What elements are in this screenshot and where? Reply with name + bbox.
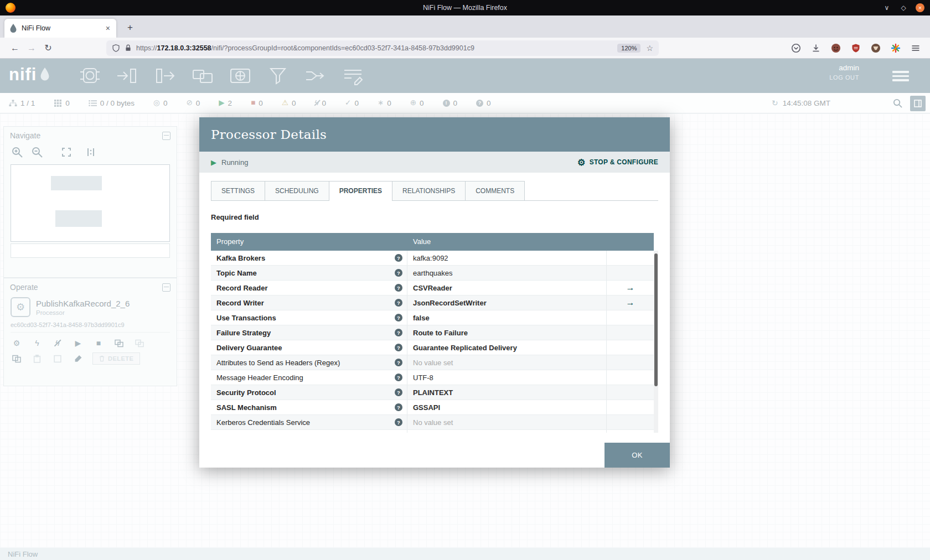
nifi-page: nifi admin LOG OUT 1 / 100 / 0 bytes◎0⊘0…	[0, 59, 930, 560]
tab-comments[interactable]: COMMENTS	[466, 181, 525, 200]
dialog-body: SETTINGSSCHEDULINGPROPERTIESRELATIONSHIP…	[199, 173, 670, 433]
window-minimize-icon[interactable]: ∨	[882, 4, 891, 12]
window-maximize-icon[interactable]: ◇	[899, 4, 908, 12]
property-name: Topic Name	[216, 269, 257, 277]
lock-icon[interactable]	[125, 44, 132, 52]
property-name-cell: Security Protocol?	[211, 385, 407, 400]
property-name-cell: Attributes to Send as Headers (Regex)?	[211, 355, 407, 370]
window-title: NiFi Flow — Mozilla Firefox	[0, 4, 930, 12]
shield-icon[interactable]	[112, 44, 120, 53]
property-row: Delivery Guarantee?Guarantee Replicated …	[211, 340, 654, 355]
property-row: Security Protocol?PLAINTEXT	[211, 385, 654, 400]
properties-table-header: Property Value	[211, 233, 654, 251]
property-extra-cell	[607, 430, 654, 433]
property-value-cell: CSVReader	[407, 281, 607, 295]
downloads-icon[interactable]	[810, 43, 822, 54]
property-extra-cell	[607, 355, 654, 370]
properties-table: Property Value Kafka Brokers?kafka:9092T…	[211, 233, 658, 433]
pocket-icon[interactable]	[790, 43, 802, 54]
browser-actions	[790, 43, 923, 54]
running-icon: ▶	[211, 158, 216, 167]
menu-icon[interactable]	[910, 43, 921, 54]
ublock-icon[interactable]	[850, 43, 861, 54]
property-help-icon[interactable]: ?	[395, 254, 402, 262]
stop-configure-icon: ⚙	[577, 157, 586, 168]
property-name: Delivery Guarantee	[216, 344, 282, 352]
property-name-cell	[211, 430, 407, 433]
zoom-indicator[interactable]: 120%	[617, 44, 640, 53]
property-name-cell: Message Header Encoding?	[211, 370, 407, 385]
property-name-cell: Delivery Guarantee?	[211, 340, 407, 355]
property-extra-cell	[607, 325, 654, 340]
property-name-cell: Kafka Brokers?	[211, 251, 407, 265]
value-column-header: Value	[407, 233, 654, 251]
badger-icon[interactable]	[870, 43, 881, 54]
property-row: Message Header Encoding?UTF-8	[211, 370, 654, 385]
property-name: Security Protocol	[216, 388, 276, 397]
property-value-cell: false	[407, 310, 607, 325]
stop-configure-button[interactable]: ⚙ STOP & CONFIGURE	[577, 157, 658, 168]
property-value-cell: Guarantee Replicated Delivery	[407, 340, 607, 355]
forward-icon[interactable]: →	[23, 43, 40, 53]
property-name: Kerberos Credentials Service	[216, 418, 310, 427]
property-value-cell: Route to Failure	[407, 325, 607, 340]
property-value-cell: earthquakes	[407, 266, 607, 280]
property-help-icon[interactable]: ?	[395, 403, 402, 411]
screen: NiFi Flow — Mozilla Firefox ∨ ◇ × NiFi F…	[0, 0, 930, 560]
profile-icon[interactable]	[830, 43, 841, 54]
property-name-cell: Record Writer?	[211, 295, 407, 310]
property-name: Use Transactions	[216, 314, 276, 322]
property-row: Failure Strategy?Route to Failure	[211, 325, 654, 340]
go-to-service-icon[interactable]: →	[626, 283, 635, 293]
property-name: Record Reader	[216, 284, 267, 292]
reload-icon[interactable]: ↻	[40, 43, 56, 53]
property-value-cell: JsonRecordSetWriter	[407, 295, 607, 310]
browser-tabbar: NiFi Flow × +	[0, 15, 930, 38]
url-text: https://172.18.0.3:32558/nifi/?processGr…	[136, 44, 613, 52]
property-help-icon[interactable]: ?	[395, 329, 402, 336]
tab-close-icon[interactable]: ×	[105, 24, 111, 33]
property-help-icon[interactable]: ?	[395, 344, 402, 351]
pinwheel-icon[interactable]	[890, 43, 901, 54]
ok-button[interactable]: OK	[604, 443, 670, 468]
property-row: Use Transactions?false	[211, 310, 654, 325]
property-help-icon[interactable]: ?	[395, 374, 402, 381]
property-help-icon[interactable]: ?	[395, 284, 402, 292]
window-close-icon[interactable]: ×	[916, 3, 924, 12]
property-row	[211, 430, 654, 433]
property-help-icon[interactable]: ?	[395, 359, 402, 366]
property-row: Kafka Brokers?kafka:9092	[211, 251, 654, 266]
property-help-icon[interactable]: ?	[395, 388, 402, 396]
tab-properties[interactable]: PROPERTIES	[329, 181, 392, 200]
dialog-status-strip: ▶ Running ⚙ STOP & CONFIGURE	[199, 152, 670, 173]
property-help-icon[interactable]: ?	[395, 299, 402, 307]
property-row: Kerberos Credentials Service?No value se…	[211, 415, 654, 430]
tab-title: NiFi Flow	[22, 24, 105, 32]
property-help-icon[interactable]: ?	[395, 314, 402, 322]
tab-scheduling[interactable]: SCHEDULING	[265, 181, 329, 200]
bookmark-star-icon[interactable]: ☆	[646, 44, 653, 53]
dialog-header: Processor Details	[199, 117, 670, 152]
required-field-note: Required field	[211, 213, 658, 221]
property-row: Record Reader?CSVReader→	[211, 281, 654, 295]
running-label: Running	[221, 158, 248, 167]
go-to-service-icon[interactable]: →	[626, 298, 635, 308]
back-icon[interactable]: ←	[7, 43, 23, 53]
tab-settings[interactable]: SETTINGS	[211, 181, 265, 200]
new-tab-button[interactable]: +	[123, 20, 137, 35]
scrollbar-thumb[interactable]	[654, 253, 658, 386]
property-row: SASL Mechanism?GSSAPI	[211, 400, 654, 415]
window-titlebar: NiFi Flow — Mozilla Firefox ∨ ◇ ×	[0, 0, 930, 15]
url-bar[interactable]: https://172.18.0.3:32558/nifi/?processGr…	[106, 40, 659, 56]
property-row: Topic Name?earthquakes	[211, 266, 654, 281]
property-help-icon[interactable]: ?	[395, 269, 402, 277]
property-row: Record Writer?JsonRecordSetWriter→	[211, 295, 654, 310]
processor-details-dialog: Processor Details ▶ Running ⚙ STOP & CON…	[199, 117, 670, 468]
property-name: Attributes to Send as Headers (Regex)	[216, 359, 340, 367]
property-name-cell: Topic Name?	[211, 266, 407, 280]
table-scrollbar[interactable]	[654, 251, 658, 433]
tab-relationships[interactable]: RELATIONSHIPS	[392, 181, 466, 200]
browser-tab[interactable]: NiFi Flow ×	[4, 19, 116, 38]
property-value-cell: No value set	[407, 415, 607, 429]
property-help-icon[interactable]: ?	[395, 418, 402, 426]
